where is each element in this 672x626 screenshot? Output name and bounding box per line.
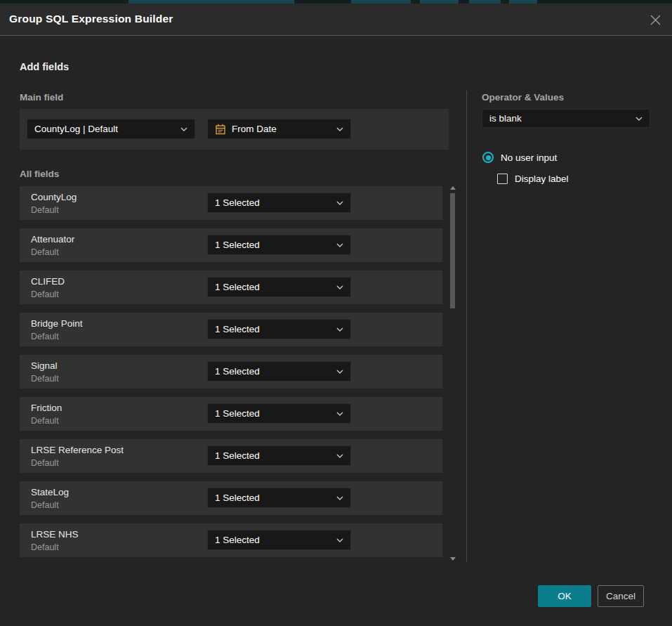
field-list-item: Friction Default 1 Selected — [20, 397, 442, 431]
ok-button[interactable]: OK — [538, 585, 591, 607]
operator-select-value: is blank — [489, 113, 630, 124]
field-list-item: Attenuator Default 1 Selected — [20, 228, 442, 262]
field-subtitle: Default — [31, 205, 59, 215]
field-selection-dropdown[interactable]: 1 Selected — [207, 403, 351, 424]
scroll-up-arrow-icon[interactable] — [450, 186, 456, 190]
chevron-down-icon — [336, 538, 343, 542]
dialog-title: Group SQL Expression Builder — [9, 13, 173, 25]
radio-selected-icon — [482, 152, 494, 163]
no-user-input-radio[interactable]: No user input — [482, 152, 557, 163]
field-name: CLIFED — [31, 276, 65, 287]
field-name: Attenuator — [31, 234, 74, 244]
scrollbar-thumb[interactable] — [450, 193, 455, 308]
field-subtitle: Default — [31, 458, 59, 468]
field-selection-value: 1 Selected — [215, 197, 331, 208]
field-list-item: Signal Default 1 Selected — [20, 355, 442, 389]
chevron-down-icon — [336, 412, 343, 416]
no-user-input-label: No user input — [501, 152, 557, 163]
add-fields-heading: Add fields — [20, 61, 69, 72]
calendar-icon — [215, 124, 226, 135]
chevron-down-icon — [180, 127, 187, 131]
close-icon — [650, 14, 661, 26]
chevron-down-icon — [336, 496, 343, 500]
field-subtitle: Default — [31, 500, 59, 510]
cancel-button[interactable]: Cancel — [598, 585, 644, 607]
field-selection-value: 1 Selected — [215, 282, 331, 292]
field-subtitle: Default — [31, 374, 59, 384]
field-list-item: Bridge Point Default 1 Selected — [20, 313, 442, 346]
checkbox-unchecked-icon — [497, 174, 508, 184]
close-button[interactable] — [647, 12, 663, 27]
chevron-down-icon — [336, 201, 343, 205]
main-field-select[interactable]: From Date — [207, 119, 351, 139]
chevron-down-icon — [336, 370, 343, 374]
field-list-item: CLIFED Default 1 Selected — [20, 270, 442, 304]
column-divider — [466, 91, 467, 562]
field-selection-dropdown[interactable]: 1 Selected — [207, 277, 351, 297]
chevron-down-icon — [336, 454, 343, 458]
main-field-label: Main field — [20, 92, 63, 103]
field-selection-dropdown[interactable]: 1 Selected — [207, 319, 351, 339]
field-selection-dropdown[interactable]: 1 Selected — [207, 530, 351, 550]
field-name: LRSE Reference Post — [31, 445, 124, 455]
field-name: Signal — [31, 360, 58, 371]
field-name: LRSE NHS — [31, 529, 79, 540]
field-selection-value: 1 Selected — [215, 366, 331, 377]
layer-select[interactable]: CountyLog | Default — [27, 119, 195, 139]
field-selection-value: 1 Selected — [215, 493, 331, 503]
dialog-header: Group SQL Expression Builder — [0, 4, 672, 36]
field-selection-dropdown[interactable]: 1 Selected — [207, 361, 351, 382]
field-list-item: LRSE NHS Default 1 Selected — [20, 523, 442, 557]
group-sql-expression-builder-dialog: Group SQL Expression Builder Add fields … — [0, 4, 672, 626]
scroll-down-arrow-icon[interactable] — [450, 557, 456, 561]
main-field-select-value: From Date — [232, 124, 331, 134]
chevron-down-icon — [635, 117, 643, 121]
field-selection-value: 1 Selected — [215, 408, 331, 419]
field-selection-dropdown[interactable]: 1 Selected — [207, 193, 351, 213]
field-subtitle: Default — [31, 247, 59, 257]
field-selection-value: 1 Selected — [215, 324, 331, 334]
list-scrollbar[interactable] — [449, 185, 456, 562]
field-selection-dropdown[interactable]: 1 Selected — [207, 235, 351, 255]
field-list-item: LRSE Reference Post Default 1 Selected — [20, 439, 442, 473]
layer-select-value: CountyLog | Default — [34, 124, 175, 134]
field-subtitle: Default — [31, 542, 59, 552]
field-name: Bridge Point — [31, 318, 83, 329]
field-name: StateLog — [31, 487, 69, 497]
main-field-panel: CountyLog | Default From Date — [20, 109, 449, 150]
chevron-down-icon — [336, 285, 343, 289]
field-selection-dropdown[interactable]: 1 Selected — [207, 488, 351, 508]
chevron-down-icon — [336, 243, 343, 247]
field-list-item: CountyLog Default 1 Selected — [20, 186, 442, 220]
field-name: CountyLog — [31, 192, 77, 202]
display-label-checkbox[interactable]: Display label — [497, 174, 569, 184]
field-subtitle: Default — [31, 332, 59, 341]
operator-select[interactable]: is blank — [482, 109, 650, 128]
field-name: Friction — [31, 403, 62, 413]
field-subtitle: Default — [31, 289, 59, 299]
chevron-down-icon — [336, 327, 343, 332]
all-fields-label: All fields — [20, 169, 59, 179]
field-selection-dropdown[interactable]: 1 Selected — [207, 445, 351, 466]
field-selection-value: 1 Selected — [215, 240, 331, 250]
field-list-item: StateLog Default 1 Selected — [20, 481, 442, 515]
display-label-text: Display label — [515, 174, 569, 184]
field-subtitle: Default — [31, 416, 59, 426]
chevron-down-icon — [336, 127, 343, 131]
field-selection-value: 1 Selected — [215, 535, 331, 545]
field-selection-value: 1 Selected — [215, 450, 331, 461]
operator-values-heading: Operator & Values — [482, 92, 564, 103]
all-fields-list: CountyLog Default 1 Selected Attenuator … — [20, 186, 442, 559]
